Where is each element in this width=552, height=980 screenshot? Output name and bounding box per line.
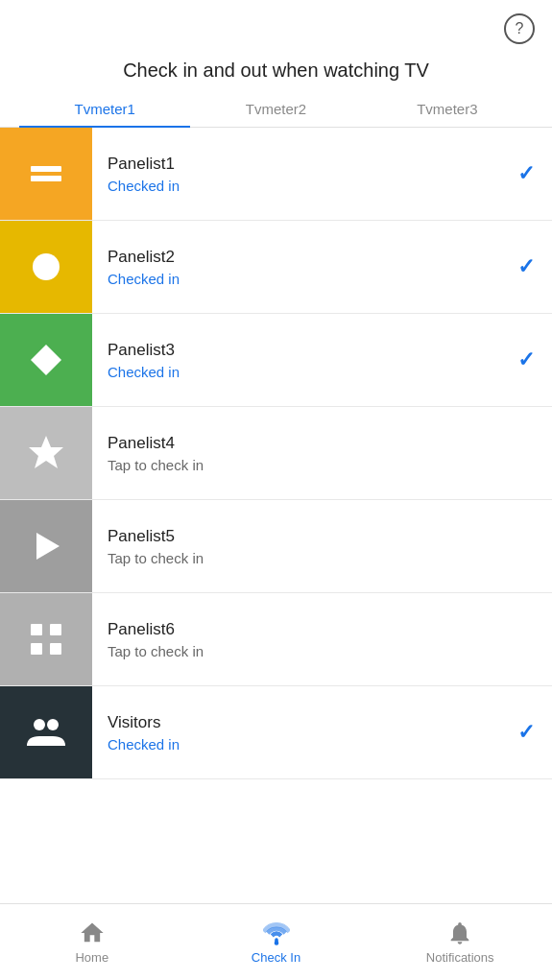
list-item[interactable]: Panelist6 Tap to check in <box>0 593 552 686</box>
list-item[interactable]: Panelist2 Checked in ✓ <box>0 221 552 314</box>
panelist2-checkmark: ✓ <box>517 254 552 279</box>
panelist6-icon <box>0 593 92 685</box>
panelist4-status: Tap to check in <box>108 457 537 473</box>
bottom-nav: Home Check In Notifications <box>0 903 552 980</box>
panelist-list: Panelist1 Checked in ✓ Panelist2 Checked… <box>0 128 552 779</box>
panelist2-name: Panelist2 <box>108 248 502 267</box>
list-item[interactable]: Panelist1 Checked in ✓ <box>0 128 552 221</box>
panelist2-status: Checked in <box>108 271 502 287</box>
panelist6-status: Tap to check in <box>108 643 537 659</box>
list-item[interactable]: Panelist4 Tap to check in <box>0 407 552 500</box>
panelist3-name: Panelist3 <box>108 341 502 360</box>
panelist6-name: Panelist6 <box>108 620 537 639</box>
nav-notifications-label: Notifications <box>426 950 494 965</box>
tabs-bar: Tvmeter1 Tvmeter2 Tvmeter3 <box>0 91 552 128</box>
panelist3-status: Checked in <box>108 364 502 380</box>
visitors-icon <box>0 686 92 778</box>
panelist1-checkmark: ✓ <box>517 161 552 186</box>
panelist5-info: Panelist5 Tap to check in <box>92 515 552 578</box>
panelist4-info: Panelist4 Tap to check in <box>92 422 552 485</box>
list-item[interactable]: Visitors Checked in ✓ <box>0 686 552 779</box>
tab-tvmeter1[interactable]: Tvmeter1 <box>19 91 190 127</box>
visitors-checkmark: ✓ <box>517 720 552 745</box>
visitors-info: Visitors Checked in <box>92 702 517 764</box>
svg-rect-8 <box>31 643 42 655</box>
visitors-status: Checked in <box>108 736 502 753</box>
panelist4-name: Panelist4 <box>108 434 537 453</box>
svg-rect-6 <box>31 624 42 635</box>
tab-tvmeter3[interactable]: Tvmeter3 <box>362 91 533 127</box>
panelist4-icon <box>0 407 92 499</box>
panelist6-info: Panelist6 Tap to check in <box>92 609 552 671</box>
tab-tvmeter2[interactable]: Tvmeter2 <box>190 91 361 127</box>
nav-home-label: Home <box>75 950 108 965</box>
svg-marker-4 <box>29 436 63 468</box>
nav-home[interactable]: Home <box>0 904 184 980</box>
svg-marker-3 <box>31 345 61 375</box>
panelist5-status: Tap to check in <box>108 550 537 566</box>
svg-rect-1 <box>31 176 61 181</box>
panelist2-info: Panelist2 Checked in <box>92 236 517 299</box>
list-item[interactable]: Panelist5 Tap to check in <box>0 500 552 593</box>
panelist1-name: Panelist1 <box>108 155 502 174</box>
panelist1-status: Checked in <box>108 178 502 194</box>
list-item[interactable]: Panelist3 Checked in ✓ <box>0 314 552 407</box>
panelist5-name: Panelist5 <box>108 527 537 546</box>
svg-point-13 <box>275 942 278 945</box>
panelist5-icon <box>0 500 92 592</box>
nav-checkin-label: Check In <box>252 950 300 965</box>
svg-point-10 <box>34 719 45 730</box>
svg-point-2 <box>33 253 60 280</box>
svg-marker-5 <box>36 533 60 560</box>
nav-checkin[interactable]: Check In <box>184 904 369 980</box>
page-title: Check in and out when watching TV <box>0 44 552 91</box>
panelist3-checkmark: ✓ <box>517 347 552 372</box>
panelist3-info: Panelist3 Checked in <box>92 329 517 392</box>
svg-rect-0 <box>31 166 61 172</box>
panelist1-icon <box>0 128 92 220</box>
svg-rect-7 <box>50 624 61 635</box>
svg-rect-9 <box>50 643 61 655</box>
visitors-name: Visitors <box>108 713 502 732</box>
panelist1-info: Panelist1 Checked in <box>92 143 517 205</box>
nav-notifications[interactable]: Notifications <box>368 904 552 980</box>
panelist2-icon <box>0 221 92 313</box>
header: ? <box>0 0 552 44</box>
svg-point-11 <box>47 719 59 730</box>
panelist3-icon <box>0 314 92 406</box>
help-icon[interactable]: ? <box>504 13 535 44</box>
